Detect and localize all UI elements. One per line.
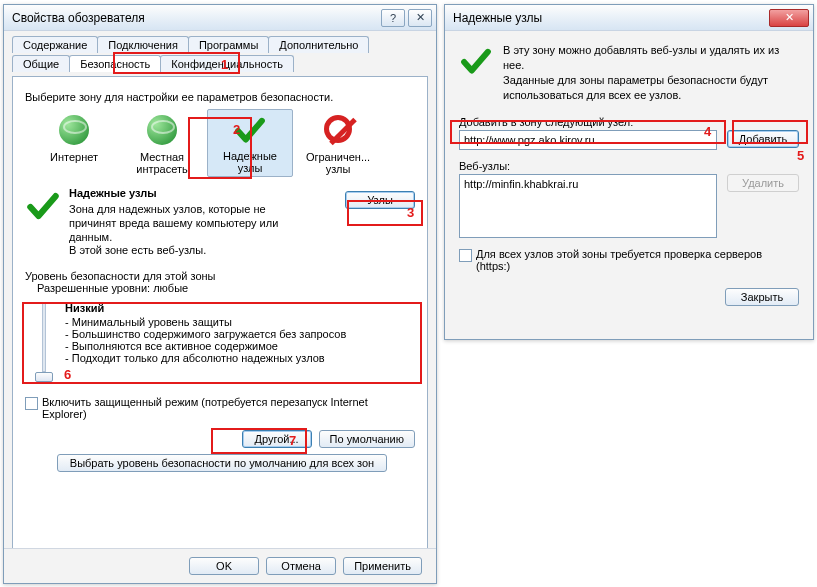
- restricted-icon: [324, 115, 352, 143]
- trusted-sites-dialog: Надежные узлы ✕ В эту зону можно добавля…: [444, 4, 814, 340]
- zone-list: Интернет Местная интрасеть Надежные узлы…: [31, 109, 415, 177]
- zone-desc: Зона для надежных узлов, которые не прич…: [69, 203, 415, 258]
- protected-mode-checkbox[interactable]: [25, 397, 38, 410]
- checkmark-icon: [25, 189, 61, 225]
- remove-button: Удалить: [727, 174, 799, 192]
- sites-button[interactable]: Узлы: [345, 191, 415, 209]
- help-button[interactable]: ?: [381, 9, 405, 27]
- tab-security[interactable]: Безопасность: [69, 55, 161, 72]
- sites-label: Веб-узлы:: [459, 160, 799, 172]
- protected-mode-row[interactable]: Включить защищенный режим (потребуется п…: [25, 396, 415, 420]
- security-level: Уровень безопасности для этой зоны Разре…: [25, 270, 415, 472]
- sites-listbox[interactable]: http://minfin.khabkrai.ru: [459, 174, 717, 238]
- tab-privacy[interactable]: Конфиденциальность: [160, 55, 294, 72]
- checkmark-icon: [459, 45, 493, 79]
- add-button[interactable]: Добавить: [727, 130, 799, 148]
- level-name: Низкий: [65, 302, 411, 314]
- add-site-label: Добавить в зону следующий узел:: [459, 116, 799, 128]
- list-item[interactable]: http://minfin.khabkrai.ru: [462, 177, 714, 191]
- protected-mode-label: Включить защищенный режим (потребуется п…: [42, 396, 415, 420]
- default-level-button[interactable]: По умолчанию: [319, 430, 415, 448]
- slider-thumb[interactable]: [35, 372, 53, 382]
- cancel-button[interactable]: Отмена: [266, 557, 336, 575]
- apply-button[interactable]: Применить: [343, 557, 422, 575]
- allowed-levels: Разрешенные уровни: любые: [37, 282, 415, 294]
- security-slider[interactable]: [33, 302, 55, 382]
- custom-level-button[interactable]: Другой...: [242, 430, 312, 448]
- instruction-text: Выберите зону для настройки ее параметро…: [25, 91, 415, 103]
- dialog-title: Свойства обозревателя: [12, 11, 378, 25]
- https-checkbox[interactable]: [459, 249, 472, 262]
- globe-icon: [59, 115, 89, 145]
- zone-intranet[interactable]: Местная интрасеть: [119, 109, 205, 177]
- zone-internet[interactable]: Интернет: [31, 109, 117, 177]
- level-bullets: Минимальный уровень защиты Большинство с…: [65, 316, 411, 364]
- tab-connections[interactable]: Подключения: [97, 36, 189, 53]
- checkmark-icon: [233, 114, 267, 148]
- zone-trusted[interactable]: Надежные узлы: [207, 109, 293, 177]
- dialog-body: Выберите зону для настройки ее параметро…: [12, 77, 428, 573]
- titlebar[interactable]: Свойства обозревателя ? ✕: [4, 5, 436, 31]
- zone-header: Надежные узлы Зона для надежных узлов, к…: [25, 187, 415, 258]
- tab-content[interactable]: Содержание: [12, 36, 98, 53]
- close-dialog-button[interactable]: Закрыть: [725, 288, 799, 306]
- add-site-input[interactable]: [459, 130, 717, 150]
- https-check-row[interactable]: Для всех узлов этой зоны требуется прове…: [459, 248, 799, 272]
- tabs: Содержание Подключения Программы Дополни…: [4, 31, 436, 77]
- tab-advanced[interactable]: Дополнительно: [268, 36, 369, 53]
- reset-all-button[interactable]: Выбрать уровень безопасности по умолчани…: [57, 454, 387, 472]
- close-button[interactable]: ✕: [408, 9, 432, 27]
- dialog-desc: В эту зону можно добавлять веб-узлы и уд…: [459, 43, 799, 102]
- tab-general[interactable]: Общие: [12, 55, 70, 72]
- zone-restricted[interactable]: Ограничен... узлы: [295, 109, 381, 177]
- seclevel-label: Уровень безопасности для этой зоны: [25, 270, 415, 282]
- titlebar[interactable]: Надежные узлы ✕: [445, 5, 813, 31]
- ok-button[interactable]: OK: [189, 557, 259, 575]
- globe-icon: [147, 115, 177, 145]
- dialog-footer: OK Отмена Применить: [4, 548, 436, 583]
- tab-programs[interactable]: Программы: [188, 36, 269, 53]
- https-check-label: Для всех узлов этой зоны требуется прове…: [476, 248, 799, 272]
- close-button[interactable]: ✕: [769, 9, 809, 27]
- internet-options-dialog: Свойства обозревателя ? ✕ Содержание Под…: [3, 4, 437, 584]
- dialog-title: Надежные узлы: [453, 11, 766, 25]
